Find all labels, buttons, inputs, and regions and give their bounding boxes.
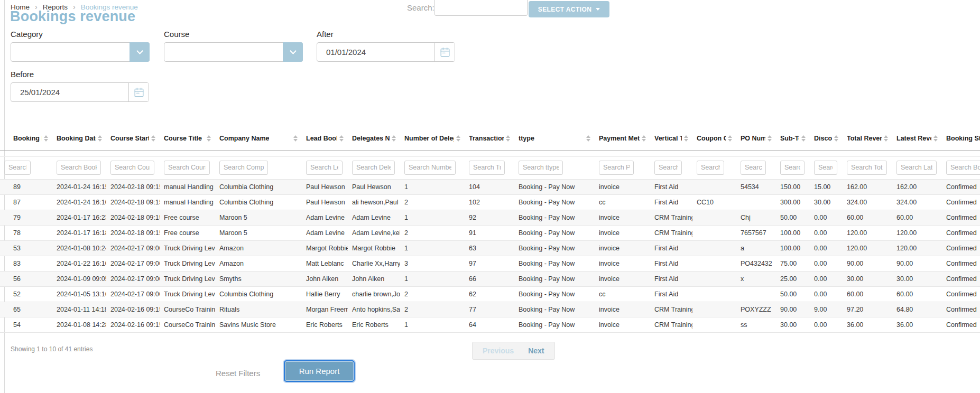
- sort-icon[interactable]: [586, 135, 590, 142]
- sort-icon[interactable]: [44, 135, 48, 142]
- after-calendar-button[interactable]: [434, 43, 455, 61]
- column-search-input-11[interactable]: [654, 161, 682, 175]
- search-cell: [810, 156, 843, 179]
- cell: Chj: [736, 210, 776, 225]
- column-header-7[interactable]: Number of Delegates: [400, 127, 465, 150]
- column-header-12[interactable]: Coupon Code: [692, 127, 736, 150]
- before-calendar-button[interactable]: [128, 83, 149, 101]
- column-header-6[interactable]: Delegates Names: [348, 127, 400, 150]
- column-search-input-0[interactable]: [4, 161, 31, 175]
- column-header-3[interactable]: Course Title: [160, 127, 215, 150]
- column-search-input-10[interactable]: [599, 161, 634, 175]
- table-row[interactable]: 782024-01-17 16:18:...2024-02-18 09:15:.…: [0, 225, 980, 240]
- column-header-5[interactable]: Lead Booker: [302, 127, 348, 150]
- course-dropdown-button[interactable]: [283, 42, 303, 62]
- column-header-8[interactable]: Transaction ID: [465, 127, 514, 150]
- table-row[interactable]: 892024-01-24 16:15:...2024-02-18 09:15:.…: [0, 179, 980, 194]
- column-search-input-13[interactable]: [741, 161, 766, 175]
- after-date-input[interactable]: [317, 43, 434, 61]
- column-header-18[interactable]: Booking Status: [942, 127, 980, 150]
- next-page-button[interactable]: Next: [528, 347, 544, 355]
- before-date-input[interactable]: [11, 83, 128, 101]
- column-search-input-14[interactable]: [780, 161, 805, 175]
- select-action-button[interactable]: SELECT ACTION: [529, 1, 609, 17]
- table-row[interactable]: 542024-01-08 14:28:...2024-02-16 09:15:.…: [0, 317, 980, 332]
- column-header-17[interactable]: Latest Revenue: [892, 127, 942, 150]
- column-search-input-15[interactable]: [814, 161, 837, 175]
- cell: invoice: [595, 317, 650, 332]
- table-row[interactable]: 872024-01-24 16:10:...2024-02-18 09:15:.…: [0, 194, 980, 210]
- column-header-15[interactable]: Discount: [810, 127, 843, 150]
- global-search-input[interactable]: [434, 0, 528, 16]
- sort-icon[interactable]: [293, 135, 298, 142]
- sort-icon[interactable]: [392, 135, 396, 142]
- reset-filters-button[interactable]: Reset Filters: [212, 368, 263, 378]
- column-search-input-3[interactable]: [164, 161, 210, 175]
- category-dropdown-button[interactable]: [130, 42, 150, 62]
- column-header-13[interactable]: PO Number: [736, 127, 776, 150]
- sort-icon[interactable]: [768, 135, 772, 142]
- category-label: Category: [11, 30, 150, 39]
- column-search-input-2[interactable]: [110, 161, 154, 175]
- search-cell: [595, 156, 650, 179]
- sort-icon[interactable]: [456, 135, 460, 142]
- column-header-1[interactable]: Booking Date: [52, 127, 106, 150]
- sort-icon[interactable]: [684, 135, 688, 142]
- table-row[interactable]: 792024-01-17 16:23:...2024-02-18 09:15:.…: [0, 210, 980, 225]
- sort-icon[interactable]: [506, 135, 510, 142]
- cell: 2024-02-17 09:00:...: [106, 240, 160, 256]
- column-search-input-8[interactable]: [469, 161, 505, 175]
- column-search-input-9[interactable]: [519, 161, 563, 175]
- column-header-2[interactable]: Course Start Date: [106, 127, 160, 150]
- column-search-input-6[interactable]: [352, 161, 395, 175]
- cell: 100.00: [776, 240, 810, 256]
- column-search-input-12[interactable]: [697, 161, 724, 175]
- column-search-input-7[interactable]: [404, 161, 456, 175]
- sort-icon[interactable]: [728, 135, 732, 142]
- cell: 60.00: [892, 210, 942, 225]
- column-header-0[interactable]: Booking ID: [0, 127, 52, 150]
- previous-page-button[interactable]: Previous: [483, 347, 514, 355]
- cell: Charlie Xx,Harry St...: [348, 256, 400, 271]
- sort-icon[interactable]: [151, 135, 155, 142]
- column-search-input-1[interactable]: [57, 161, 101, 175]
- category-select[interactable]: [11, 42, 150, 62]
- table-row[interactable]: 652024-01-11 14:18:...2024-02-16 09:15:.…: [0, 302, 980, 317]
- cell: 104: [465, 179, 514, 194]
- cell: 92: [465, 210, 514, 225]
- search-cell: [843, 156, 892, 179]
- run-report-button[interactable]: Run Report: [284, 360, 355, 382]
- sort-icon[interactable]: [98, 135, 102, 142]
- sort-icon[interactable]: [642, 135, 646, 142]
- sort-icon[interactable]: [933, 135, 938, 142]
- before-date-box: [11, 82, 149, 102]
- table-row[interactable]: 562024-01-09 09:05:...2024-02-17 09:00:.…: [0, 271, 980, 286]
- table-row[interactable]: 532024-01-08 10:24:...2024-02-17 09:00:.…: [0, 240, 980, 256]
- cell: 1: [400, 271, 465, 286]
- cell: 7657567: [736, 225, 776, 240]
- column-search-input-17[interactable]: [896, 161, 937, 175]
- cell: Morgan Freeman: [302, 302, 348, 317]
- column-header-4[interactable]: Company Name: [215, 127, 302, 150]
- cell: 60.00: [892, 286, 942, 302]
- cell: 2: [400, 194, 465, 210]
- column-header-10[interactable]: Payment Method: [595, 127, 650, 150]
- column-header-14[interactable]: Sub-Total: [776, 127, 810, 150]
- course-select[interactable]: [164, 42, 303, 62]
- table-row[interactable]: 522024-01-05 13:16:...2024-02-17 09:00:.…: [0, 286, 980, 302]
- column-header-11[interactable]: Vertical Type: [650, 127, 692, 150]
- cell: 162.00: [892, 179, 942, 194]
- sort-icon[interactable]: [834, 135, 838, 142]
- sort-icon[interactable]: [884, 135, 888, 142]
- column-header-9[interactable]: ttype: [514, 127, 595, 150]
- column-search-input-16[interactable]: [847, 161, 887, 175]
- cell: 75.00: [776, 256, 810, 271]
- column-search-input-4[interactable]: [219, 161, 268, 175]
- table-row[interactable]: 832024-01-22 16:10:...2024-02-17 09:00:.…: [0, 256, 980, 271]
- column-search-input-18[interactable]: [946, 161, 980, 175]
- sort-icon[interactable]: [207, 135, 211, 142]
- sort-icon[interactable]: [801, 135, 806, 142]
- column-search-input-5[interactable]: [306, 161, 343, 175]
- column-header-16[interactable]: Total Revenue: [843, 127, 892, 150]
- sort-icon[interactable]: [339, 135, 344, 142]
